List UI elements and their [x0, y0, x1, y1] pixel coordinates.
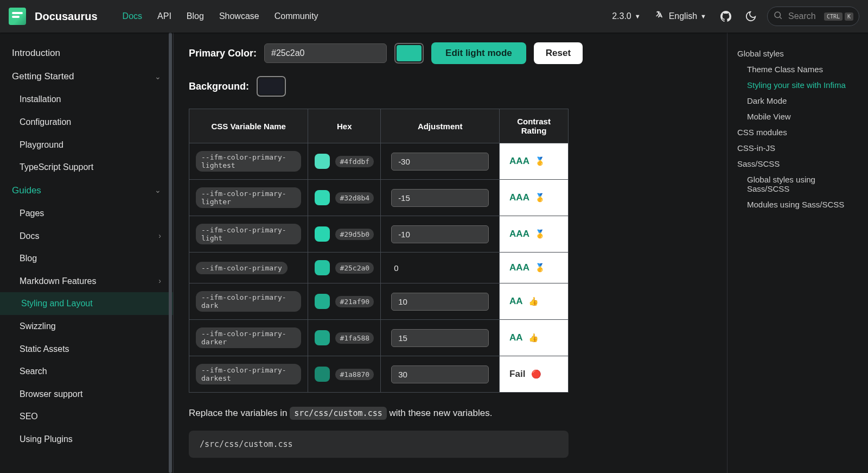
sidebar-item-styling-and-layout[interactable]: Styling and Layout: [0, 292, 173, 315]
reset-button[interactable]: Reset: [534, 42, 583, 64]
hex-value: #32d8b4: [335, 192, 374, 204]
adjustment-input[interactable]: [391, 225, 489, 243]
sidebar-item-typescript-support[interactable]: TypeScript Support: [0, 156, 173, 179]
nav-link-blog[interactable]: Blog: [179, 8, 212, 24]
toc-item-theme-class-names[interactable]: Theme Class Names: [735, 61, 861, 77]
navbar: Docusaurus DocsAPIBlogShowcaseCommunity …: [0, 0, 868, 33]
primary-color-swatch[interactable]: [394, 43, 424, 64]
rating-emoji-icon: 👍: [526, 333, 539, 342]
sidebar-item-label: Pages: [20, 206, 44, 220]
toc-item-mobile-view[interactable]: Mobile View: [735, 109, 861, 124]
rating-emoji-icon: 🔴: [528, 369, 541, 379]
sidebar-item-pages[interactable]: Pages: [0, 202, 173, 225]
contrast-rating: AAA: [509, 229, 529, 239]
sidebar-item-label: Using Plugins: [20, 432, 73, 446]
sidebar-item-configuration[interactable]: Configuration: [0, 111, 173, 134]
toc-item-css-in-js[interactable]: CSS-in-JS: [735, 140, 861, 156]
contrast-rating: Fail: [509, 369, 525, 379]
inline-code-path: src/css/custom.css: [290, 407, 387, 420]
sidebar: IntroductionGetting Started⌄Installation…: [0, 33, 174, 473]
nav-link-docs[interactable]: Docs: [115, 8, 150, 24]
sidebar-item-label: Browser support: [20, 387, 83, 401]
css-variable-name: --ifm-color-primary: [196, 262, 288, 274]
sidebar-item-swizzling[interactable]: Swizzling: [0, 315, 173, 338]
rating-emoji-icon: 👍: [526, 297, 539, 306]
navbar-right: 2.3.0 ▼ English ▼ Search CTRL K: [609, 7, 859, 26]
sidebar-item-browser-support[interactable]: Browser support: [0, 383, 173, 406]
toc-item-modules-using-sass-scss[interactable]: Modules using Sass/SCSS: [735, 197, 861, 212]
edit-light-mode-button[interactable]: Edit light mode: [431, 42, 526, 64]
primary-color-input[interactable]: [264, 43, 387, 63]
table-row: --ifm-color-primary#25c2a00AAA 🥇: [189, 253, 569, 283]
css-variable-name: --ifm-color-primary-lighter: [196, 187, 301, 208]
language-label: English: [669, 11, 697, 21]
sidebar-item-seo[interactable]: SEO: [0, 405, 173, 428]
hex-value: #25c2a0: [335, 262, 374, 274]
table-row: --ifm-color-primary-darkest#1a8870Fail 🔴: [189, 356, 569, 393]
logo-icon[interactable]: [9, 8, 26, 25]
hex-value: #21af90: [335, 296, 374, 307]
toc-item-global-styles[interactable]: Global styles: [735, 46, 861, 61]
contrast-rating: AA: [509, 332, 523, 343]
sidebar-item-installation[interactable]: Installation: [0, 88, 173, 111]
table-header: Contrast Rating: [500, 109, 569, 143]
brand-name[interactable]: Docusaurus: [35, 10, 98, 23]
sidebar-item-label: Docs: [20, 229, 39, 243]
color-swatch: [315, 330, 330, 345]
css-variable-name: --ifm-color-primary-darkest: [196, 364, 301, 384]
toc-item-dark-mode[interactable]: Dark Mode: [735, 93, 861, 109]
main-content: Primary Color: Edit light mode Reset Bac…: [174, 33, 727, 473]
hex-value: #1a8870: [335, 369, 374, 380]
translate-icon: [655, 10, 666, 23]
version-dropdown[interactable]: 2.3.0 ▼: [609, 9, 643, 23]
table-header: Hex: [308, 109, 381, 143]
css-variable-name: --ifm-color-primary-light: [196, 224, 301, 244]
sidebar-item-using-plugins[interactable]: Using Plugins: [0, 428, 173, 451]
svg-point-0: [775, 12, 781, 18]
background-label: Background:: [189, 81, 249, 92]
sidebar-item-blog[interactable]: Blog: [0, 247, 173, 270]
sidebar-item-docs[interactable]: Docs›: [0, 225, 173, 248]
sidebar-item-introduction[interactable]: Introduction: [0, 41, 173, 65]
sidebar-item-static-assets[interactable]: Static Assets: [0, 338, 173, 361]
sidebar-item-label: Introduction: [12, 46, 60, 60]
contrast-rating: AAA: [509, 262, 529, 273]
nav-link-api[interactable]: API: [150, 8, 179, 24]
sidebar-item-markdown-features[interactable]: Markdown Features›: [0, 270, 173, 293]
color-swatch: [315, 294, 330, 309]
search-input[interactable]: Search CTRL K: [767, 7, 859, 26]
code-block-title: /src/css/custom.css: [200, 439, 293, 449]
nav-link-showcase[interactable]: Showcase: [212, 8, 267, 24]
sidebar-item-getting-started[interactable]: Getting Started⌄: [0, 65, 173, 88]
language-dropdown[interactable]: English ▼: [652, 8, 710, 25]
version-label: 2.3.0: [612, 11, 631, 21]
nav-link-community[interactable]: Community: [267, 8, 326, 24]
adjustment-input[interactable]: [391, 153, 489, 171]
table-row: --ifm-color-primary-dark#21af90AA 👍: [189, 283, 569, 320]
sidebar-item-guides[interactable]: Guides⌄: [0, 179, 173, 202]
navbar-left: Docusaurus DocsAPIBlogShowcaseCommunity: [9, 8, 326, 25]
sidebar-item-search[interactable]: Search: [0, 360, 173, 383]
toc-item-global-styles-using-sass-scss[interactable]: Global styles using Sass/SCSS: [735, 172, 861, 197]
adjustment-input[interactable]: [391, 293, 489, 311]
hex-value: #29d5b0: [335, 229, 374, 240]
toc-item-css-modules[interactable]: CSS modules: [735, 124, 861, 140]
sidebar-item-playground[interactable]: Playground: [0, 134, 173, 156]
sidebar-item-label: Swizzling: [20, 319, 56, 333]
background-swatch[interactable]: [257, 76, 286, 97]
theme-toggle-icon[interactable]: [742, 8, 760, 25]
toc-item-styling-your-site-with-infima[interactable]: Styling your site with Infima: [735, 77, 861, 93]
github-icon[interactable]: [717, 8, 735, 25]
sidebar-item-label: Markdown Features: [20, 274, 96, 288]
rating-emoji-icon: 🥇: [533, 156, 545, 166]
sidebar-item-label: Installation: [20, 92, 61, 106]
toc-item-sass-scss[interactable]: Sass/SCSS: [735, 156, 861, 172]
css-variable-name: --ifm-color-primary-dark: [196, 291, 301, 312]
contrast-rating: AAA: [509, 192, 529, 203]
adjustment-input[interactable]: [391, 329, 489, 347]
adjustment-input[interactable]: [391, 189, 489, 207]
adjustment-input[interactable]: [391, 365, 489, 383]
color-swatch: [315, 260, 330, 275]
sidebar-item-label: SEO: [20, 409, 38, 424]
sidebar-item-label: Search: [20, 364, 47, 379]
